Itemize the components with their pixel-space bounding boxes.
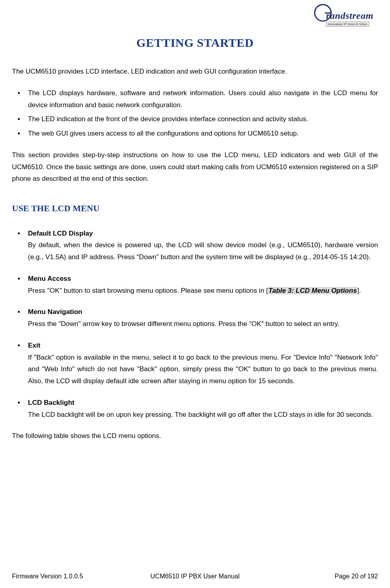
intro-bullet: The LED indication at the front of the d… — [12, 113, 378, 125]
footer-left: Firmware Version 1.0.0.5 — [12, 573, 83, 580]
topic-body: Press "OK" button to start browsing menu… — [28, 287, 361, 294]
intro-bullet-list: The LCD displays hardware, software and … — [12, 87, 378, 140]
page: randstream Innovative IP Voice & Video G… — [0, 0, 390, 588]
topic-body: If "Back" option is available in the men… — [28, 354, 378, 385]
bullet-text: The web GUI gives users access to all th… — [28, 130, 299, 137]
topic-item: Menu Access Press "OK" button to start b… — [12, 273, 378, 297]
intro-followup-paragraph: This section provides step-by-step instr… — [12, 149, 378, 185]
topic-title: Menu Access — [28, 273, 378, 285]
topic-title: Default LCD Display — [28, 228, 378, 240]
topic-body: By default, when the device is powered u… — [28, 241, 378, 261]
topic-item: Default LCD Display By default, when the… — [12, 228, 378, 263]
intro-paragraph: The UCM6510 provides LCD interface, LED … — [12, 66, 378, 78]
topic-body: The LCD backlight will be on upon key pr… — [28, 411, 373, 418]
brand-logo: randstream Innovative IP Voice & Video — [314, 4, 378, 28]
topic-body-pre: Press "OK" button to start browsing menu… — [28, 287, 268, 294]
page-footer: UCM6510 IP PBX User Manual Firmware Vers… — [12, 573, 378, 580]
topic-title: Menu Navigation — [28, 306, 378, 318]
bullet-text: The LED indication at the front of the d… — [28, 115, 308, 123]
topics-list: Default LCD Display By default, when the… — [12, 228, 378, 421]
body: The UCM6510 provides LCD interface, LED … — [12, 66, 378, 442]
topic-item: Menu Navigation Press the "Down" arrow k… — [12, 306, 378, 330]
logo-tagline: Innovative IP Voice & Video — [326, 22, 369, 27]
logo-brand-text: randstream — [326, 10, 373, 21]
topic-item: LCD Backlight The LCD backlight will be … — [12, 397, 378, 421]
section-heading: USE THE LCD MENU — [12, 201, 378, 216]
topic-title: Exit — [28, 340, 378, 352]
topic-item: Exit If "Back" option is available in th… — [12, 340, 378, 387]
page-title: GETTING STARTED — [12, 36, 378, 50]
intro-bullet: The web GUI gives users access to all th… — [12, 128, 378, 140]
table-reference-link[interactable]: Table 3: LCD Menu Options — [268, 287, 357, 294]
intro-bullet: The LCD displays hardware, software and … — [12, 87, 378, 111]
trailing-paragraph: The following table shows the LCD menu o… — [12, 430, 378, 442]
topic-title: LCD Backlight — [28, 397, 378, 409]
bullet-text: The LCD displays hardware, software and … — [28, 89, 378, 109]
topic-body: Press the "Down" arrow key to browser di… — [28, 320, 339, 328]
footer-right: Page 20 of 192 — [334, 573, 378, 580]
topic-body-post: ]. — [357, 287, 361, 294]
